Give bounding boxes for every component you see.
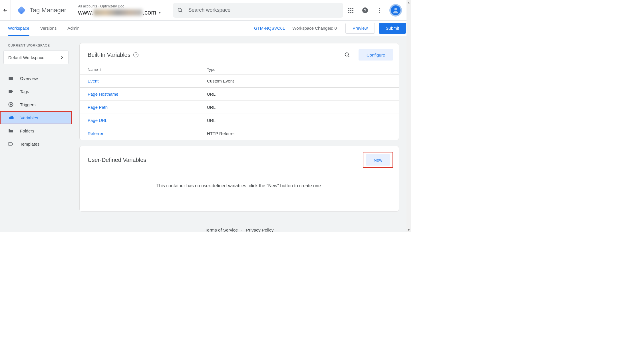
folder-icon [8,128,14,134]
sort-arrow-up-icon: ↑ [100,67,102,72]
separator-dot: · [241,228,242,232]
search-input[interactable] [188,7,339,13]
breadcrumb-container[interactable]: Optimizely Doc [100,4,124,8]
domain-prefix: www. [78,9,93,16]
column-type-header[interactable]: Type [207,67,391,72]
search-icon [177,7,183,13]
new-button[interactable]: New [366,154,390,166]
column-name-header[interactable]: Name↑ [88,67,207,72]
svg-point-16 [379,8,380,9]
help-icon[interactable]: ? [361,6,369,15]
table-row[interactable]: Referrer HTTP Referrer [80,127,399,140]
builtin-search-button[interactable] [341,49,353,61]
configure-button[interactable]: Configure [359,49,393,61]
overview-icon [8,75,14,81]
tag-icon [8,89,14,94]
table-header: Name↑ Type [80,65,399,74]
tab-admin[interactable]: Admin [67,21,80,36]
svg-rect-6 [350,8,351,9]
var-type: URL [207,92,391,96]
privacy-link[interactable]: Privacy Policy [246,228,273,232]
variable-icon [9,115,14,120]
template-icon [8,141,14,147]
svg-rect-24 [10,116,11,117]
current-workspace-label: CURRENT WORKSPACE [0,41,72,49]
account-avatar[interactable] [389,4,402,17]
sidebar-item-variables[interactable]: Variables [0,111,72,124]
footer-links: Terms of Service · Privacy Policy [79,217,399,232]
svg-line-4 [181,11,182,12]
scrollbar-vertical[interactable]: ▲ ▼ [406,0,411,232]
svg-text:?: ? [364,8,367,13]
domain-blurred [94,9,142,16]
divider [72,5,72,15]
tag-manager-logo [16,5,27,16]
workspace-selector[interactable]: Default Workspace [3,51,69,64]
svg-rect-20 [9,77,13,80]
sidebar-item-label: Overview [20,76,38,81]
sidebar-item-tags[interactable]: Tags [0,85,72,98]
sidebar-item-label: Triggers [20,102,35,107]
var-link[interactable]: Referrer [88,131,103,136]
table-row[interactable]: Page URL URL [80,114,399,127]
tab-workspace[interactable]: Workspace [8,21,29,36]
builtin-title: Built-In Variables [88,52,130,58]
terms-link[interactable]: Terms of Service [205,228,238,232]
svg-point-19 [394,8,397,10]
var-link[interactable]: Page URL [88,118,107,123]
sidebar-item-label: Folders [20,128,34,133]
apps-icon[interactable] [347,6,355,15]
breadcrumb-accounts[interactable]: All accounts [78,4,97,8]
sidebar-item-overview[interactable]: Overview [0,72,72,85]
sidebar-item-triggers[interactable]: Triggers [0,98,72,111]
svg-rect-13 [352,12,353,13]
product-name: Tag Manager [30,7,66,14]
table-row[interactable]: Page Path URL [80,100,399,114]
userdef-variables-card: User-Defined Variables New This containe… [79,146,399,212]
help-circle-icon[interactable]: ? [133,52,138,57]
var-type: URL [207,118,391,123]
svg-rect-10 [352,10,353,11]
builtin-variables-card: Built-In Variables ? Configure Name↑ Typ… [79,43,399,140]
container-domain-selector[interactable]: www. .com ▼ [78,9,161,16]
breadcrumb[interactable]: All accounts › Optimizely Doc [78,4,161,8]
svg-rect-25 [11,116,12,117]
svg-rect-7 [352,8,353,9]
svg-rect-26 [12,116,13,117]
workspace-name: Default Workspace [8,55,59,60]
svg-rect-11 [348,12,349,13]
svg-rect-23 [9,117,14,119]
search-box[interactable] [173,3,343,18]
tab-versions[interactable]: Versions [40,21,57,36]
scroll-down-icon[interactable]: ▼ [406,228,411,232]
svg-rect-8 [348,10,349,11]
chevron-right-icon [59,55,65,60]
userdef-title: User-Defined Variables [88,157,146,163]
chevron-right-icon: › [98,4,99,8]
caret-down-icon: ▼ [158,11,162,15]
var-link[interactable]: Event [88,79,98,83]
var-link[interactable]: Page Path [88,105,108,110]
preview-button[interactable]: Preview [345,23,375,34]
scroll-up-icon[interactable]: ▲ [406,0,411,5]
submit-button[interactable]: Submit [379,23,406,34]
workspace-changes-label: Workspace Changes: 0 [292,26,337,31]
domain-suffix: .com [143,9,156,16]
back-button[interactable] [0,0,11,21]
table-row[interactable]: Event Custom Event [80,74,399,87]
var-type: URL [207,105,391,110]
svg-rect-5 [348,8,349,9]
svg-point-3 [178,8,181,11]
table-row[interactable]: Page Hostname URL [80,87,399,100]
new-button-highlight: New [363,152,393,168]
search-icon [344,52,350,58]
container-id-link[interactable]: GTM-NQSVC6L [254,26,285,31]
svg-rect-12 [350,12,351,13]
sidebar-item-folders[interactable]: Folders [0,124,72,137]
sidebar-item-label: Templates [20,142,39,146]
person-icon [391,5,401,15]
sidebar-item-templates[interactable]: Templates [0,137,72,150]
more-icon[interactable] [375,6,384,15]
sidebar-item-label: Variables [21,115,38,120]
var-link[interactable]: Page Hostname [88,92,118,96]
